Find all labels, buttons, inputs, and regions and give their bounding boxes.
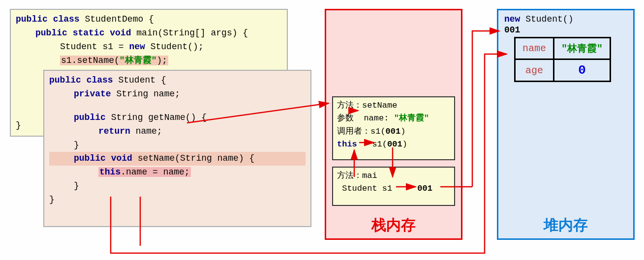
frame-line: this s1(001) (337, 138, 450, 151)
string-literal: "林青霞" (120, 56, 157, 65)
stack-memory-box: 方法：setName 参数 name: "林青霞" 调用者：s1(001) th… (325, 9, 462, 240)
frame-line: 方法：mai (337, 170, 450, 182)
heap-label: 堆内存 (498, 215, 633, 235)
brace: } (49, 193, 306, 207)
code-line-highlight: public void setName(String name) { (49, 152, 306, 166)
brace: } (16, 119, 21, 133)
code-line: public class StudentDemo { (16, 13, 282, 27)
kw-class: class (53, 14, 80, 24)
type: Student (60, 42, 97, 52)
brace: } (49, 139, 306, 152)
code-panel-student: public class Student { private String na… (43, 70, 311, 227)
code-line: public class Student { (49, 74, 306, 87)
var: s1 (102, 42, 113, 52)
code-line: public static void main(String[] args) { (16, 27, 282, 40)
code-line: private String name; (49, 87, 306, 101)
code-line-highlight: this.name = name; (49, 166, 306, 179)
frame-line: 方法：setName (337, 99, 450, 112)
stack-frame-setname: 方法：setName 参数 name: "林青霞" 调用者：s1(001) th… (332, 96, 455, 160)
field-name: name (515, 38, 554, 59)
code-line: Student s1 = new Student(); (16, 40, 282, 54)
kw-new: new (129, 42, 145, 52)
code-line: public String getName() { (49, 111, 306, 125)
kw-public: public (35, 28, 67, 38)
kw-public: public (16, 14, 48, 24)
frame-line: 调用者：s1(001) (337, 125, 450, 138)
code-line: return name; (49, 125, 306, 139)
field-name: age (515, 59, 554, 82)
class-name: StudentDemo (85, 14, 143, 24)
brace: { (149, 14, 154, 24)
object-table: name "林青霞" age 0 (514, 37, 611, 82)
stack-label: 栈内存 (326, 215, 461, 235)
heap-memory-box: new Student() 001 name "林青霞" age 0 堆内存 (497, 9, 635, 240)
frame-line: 参数 name: "林青霞" (337, 112, 450, 125)
brace: } (49, 179, 306, 193)
code-line-highlight: s1.setName("林青霞"); (16, 54, 282, 68)
stack-frame-main: 方法：mai Student s1 001 (332, 167, 455, 206)
frame-line: Student s1 001 (337, 182, 450, 195)
heap-address: 001 (504, 25, 627, 35)
method-name: main (136, 28, 157, 38)
field-value: "林青霞" (554, 38, 611, 59)
ctor: Student(); (151, 42, 204, 52)
kw-static: static (73, 28, 105, 38)
kw-void: void (110, 28, 131, 38)
heap-header: new Student() (504, 14, 627, 24)
field-value: 0 (554, 59, 611, 82)
